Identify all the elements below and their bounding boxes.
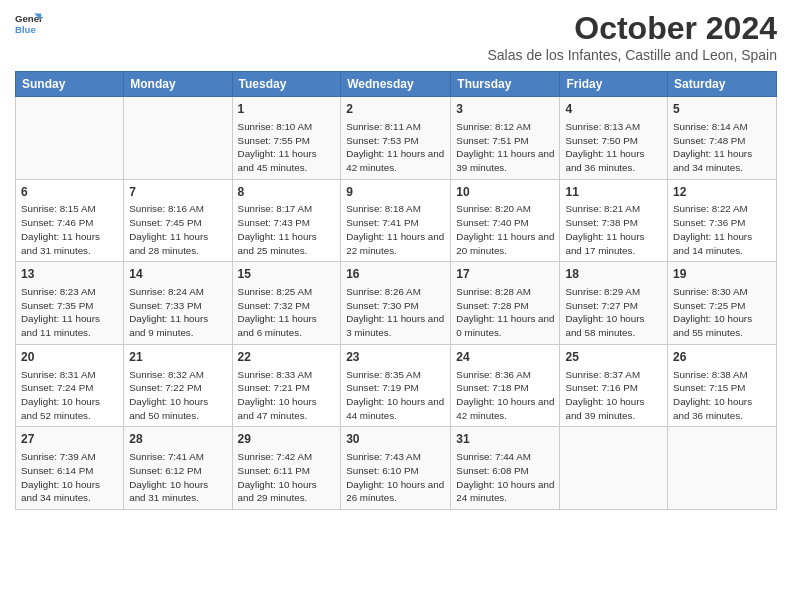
calendar-cell bbox=[560, 427, 668, 510]
header-day-friday: Friday bbox=[560, 72, 668, 97]
calendar-cell bbox=[16, 97, 124, 180]
calendar-week-row: 13Sunrise: 8:23 AM Sunset: 7:35 PM Dayli… bbox=[16, 262, 777, 345]
day-info: Sunrise: 7:42 AM Sunset: 6:11 PM Dayligh… bbox=[238, 450, 336, 505]
day-info: Sunrise: 8:35 AM Sunset: 7:19 PM Dayligh… bbox=[346, 368, 445, 423]
day-info: Sunrise: 8:30 AM Sunset: 7:25 PM Dayligh… bbox=[673, 285, 771, 340]
day-number: 4 bbox=[565, 101, 662, 118]
day-info: Sunrise: 7:41 AM Sunset: 6:12 PM Dayligh… bbox=[129, 450, 226, 505]
day-info: Sunrise: 7:44 AM Sunset: 6:08 PM Dayligh… bbox=[456, 450, 554, 505]
calendar-cell: 29Sunrise: 7:42 AM Sunset: 6:11 PM Dayli… bbox=[232, 427, 341, 510]
day-info: Sunrise: 8:32 AM Sunset: 7:22 PM Dayligh… bbox=[129, 368, 226, 423]
day-number: 6 bbox=[21, 184, 118, 201]
day-number: 29 bbox=[238, 431, 336, 448]
day-number: 10 bbox=[456, 184, 554, 201]
month-title: October 2024 bbox=[487, 10, 777, 47]
day-info: Sunrise: 8:28 AM Sunset: 7:28 PM Dayligh… bbox=[456, 285, 554, 340]
calendar-cell: 30Sunrise: 7:43 AM Sunset: 6:10 PM Dayli… bbox=[341, 427, 451, 510]
calendar-week-row: 20Sunrise: 8:31 AM Sunset: 7:24 PM Dayli… bbox=[16, 344, 777, 427]
calendar-cell: 10Sunrise: 8:20 AM Sunset: 7:40 PM Dayli… bbox=[451, 179, 560, 262]
header-day-tuesday: Tuesday bbox=[232, 72, 341, 97]
calendar-cell: 23Sunrise: 8:35 AM Sunset: 7:19 PM Dayli… bbox=[341, 344, 451, 427]
day-number: 1 bbox=[238, 101, 336, 118]
calendar-cell: 14Sunrise: 8:24 AM Sunset: 7:33 PM Dayli… bbox=[124, 262, 232, 345]
day-number: 24 bbox=[456, 349, 554, 366]
day-info: Sunrise: 8:12 AM Sunset: 7:51 PM Dayligh… bbox=[456, 120, 554, 175]
day-number: 5 bbox=[673, 101, 771, 118]
logo-icon: General Blue bbox=[15, 10, 43, 38]
day-number: 12 bbox=[673, 184, 771, 201]
header-day-wednesday: Wednesday bbox=[341, 72, 451, 97]
header-day-monday: Monday bbox=[124, 72, 232, 97]
day-info: Sunrise: 8:33 AM Sunset: 7:21 PM Dayligh… bbox=[238, 368, 336, 423]
day-number: 27 bbox=[21, 431, 118, 448]
day-number: 16 bbox=[346, 266, 445, 283]
header-day-thursday: Thursday bbox=[451, 72, 560, 97]
calendar-cell bbox=[124, 97, 232, 180]
logo: General Blue bbox=[15, 10, 43, 38]
day-number: 2 bbox=[346, 101, 445, 118]
calendar-cell: 24Sunrise: 8:36 AM Sunset: 7:18 PM Dayli… bbox=[451, 344, 560, 427]
day-number: 18 bbox=[565, 266, 662, 283]
day-info: Sunrise: 8:22 AM Sunset: 7:36 PM Dayligh… bbox=[673, 202, 771, 257]
calendar-cell: 25Sunrise: 8:37 AM Sunset: 7:16 PM Dayli… bbox=[560, 344, 668, 427]
header-day-saturday: Saturday bbox=[668, 72, 777, 97]
calendar-cell: 22Sunrise: 8:33 AM Sunset: 7:21 PM Dayli… bbox=[232, 344, 341, 427]
day-number: 19 bbox=[673, 266, 771, 283]
day-number: 26 bbox=[673, 349, 771, 366]
calendar-cell: 9Sunrise: 8:18 AM Sunset: 7:41 PM Daylig… bbox=[341, 179, 451, 262]
day-info: Sunrise: 8:26 AM Sunset: 7:30 PM Dayligh… bbox=[346, 285, 445, 340]
day-info: Sunrise: 8:36 AM Sunset: 7:18 PM Dayligh… bbox=[456, 368, 554, 423]
calendar-cell: 28Sunrise: 7:41 AM Sunset: 6:12 PM Dayli… bbox=[124, 427, 232, 510]
day-info: Sunrise: 8:21 AM Sunset: 7:38 PM Dayligh… bbox=[565, 202, 662, 257]
day-number: 9 bbox=[346, 184, 445, 201]
calendar-cell: 21Sunrise: 8:32 AM Sunset: 7:22 PM Dayli… bbox=[124, 344, 232, 427]
calendar-cell: 7Sunrise: 8:16 AM Sunset: 7:45 PM Daylig… bbox=[124, 179, 232, 262]
calendar-cell: 26Sunrise: 8:38 AM Sunset: 7:15 PM Dayli… bbox=[668, 344, 777, 427]
day-number: 7 bbox=[129, 184, 226, 201]
day-number: 21 bbox=[129, 349, 226, 366]
calendar-cell: 27Sunrise: 7:39 AM Sunset: 6:14 PM Dayli… bbox=[16, 427, 124, 510]
day-number: 14 bbox=[129, 266, 226, 283]
header-day-sunday: Sunday bbox=[16, 72, 124, 97]
calendar-cell: 16Sunrise: 8:26 AM Sunset: 7:30 PM Dayli… bbox=[341, 262, 451, 345]
calendar-cell: 2Sunrise: 8:11 AM Sunset: 7:53 PM Daylig… bbox=[341, 97, 451, 180]
calendar-cell bbox=[668, 427, 777, 510]
page-header: General Blue October 2024 Salas de los I… bbox=[15, 10, 777, 63]
calendar-cell: 5Sunrise: 8:14 AM Sunset: 7:48 PM Daylig… bbox=[668, 97, 777, 180]
calendar-cell: 13Sunrise: 8:23 AM Sunset: 7:35 PM Dayli… bbox=[16, 262, 124, 345]
day-number: 3 bbox=[456, 101, 554, 118]
day-info: Sunrise: 8:23 AM Sunset: 7:35 PM Dayligh… bbox=[21, 285, 118, 340]
day-info: Sunrise: 8:20 AM Sunset: 7:40 PM Dayligh… bbox=[456, 202, 554, 257]
day-info: Sunrise: 8:15 AM Sunset: 7:46 PM Dayligh… bbox=[21, 202, 118, 257]
calendar-cell: 19Sunrise: 8:30 AM Sunset: 7:25 PM Dayli… bbox=[668, 262, 777, 345]
day-number: 31 bbox=[456, 431, 554, 448]
day-info: Sunrise: 7:39 AM Sunset: 6:14 PM Dayligh… bbox=[21, 450, 118, 505]
calendar-week-row: 6Sunrise: 8:15 AM Sunset: 7:46 PM Daylig… bbox=[16, 179, 777, 262]
day-number: 8 bbox=[238, 184, 336, 201]
day-number: 23 bbox=[346, 349, 445, 366]
day-info: Sunrise: 8:18 AM Sunset: 7:41 PM Dayligh… bbox=[346, 202, 445, 257]
location-subtitle: Salas de los Infantes, Castille and Leon… bbox=[487, 47, 777, 63]
calendar-cell: 3Sunrise: 8:12 AM Sunset: 7:51 PM Daylig… bbox=[451, 97, 560, 180]
calendar-cell: 20Sunrise: 8:31 AM Sunset: 7:24 PM Dayli… bbox=[16, 344, 124, 427]
day-number: 30 bbox=[346, 431, 445, 448]
calendar-week-row: 27Sunrise: 7:39 AM Sunset: 6:14 PM Dayli… bbox=[16, 427, 777, 510]
calendar-week-row: 1Sunrise: 8:10 AM Sunset: 7:55 PM Daylig… bbox=[16, 97, 777, 180]
day-number: 28 bbox=[129, 431, 226, 448]
day-info: Sunrise: 8:38 AM Sunset: 7:15 PM Dayligh… bbox=[673, 368, 771, 423]
day-info: Sunrise: 8:10 AM Sunset: 7:55 PM Dayligh… bbox=[238, 120, 336, 175]
day-info: Sunrise: 8:13 AM Sunset: 7:50 PM Dayligh… bbox=[565, 120, 662, 175]
day-info: Sunrise: 8:17 AM Sunset: 7:43 PM Dayligh… bbox=[238, 202, 336, 257]
calendar-cell: 17Sunrise: 8:28 AM Sunset: 7:28 PM Dayli… bbox=[451, 262, 560, 345]
day-number: 17 bbox=[456, 266, 554, 283]
day-info: Sunrise: 8:16 AM Sunset: 7:45 PM Dayligh… bbox=[129, 202, 226, 257]
calendar-cell: 18Sunrise: 8:29 AM Sunset: 7:27 PM Dayli… bbox=[560, 262, 668, 345]
day-info: Sunrise: 8:29 AM Sunset: 7:27 PM Dayligh… bbox=[565, 285, 662, 340]
day-info: Sunrise: 8:24 AM Sunset: 7:33 PM Dayligh… bbox=[129, 285, 226, 340]
day-number: 11 bbox=[565, 184, 662, 201]
day-number: 22 bbox=[238, 349, 336, 366]
day-info: Sunrise: 8:11 AM Sunset: 7:53 PM Dayligh… bbox=[346, 120, 445, 175]
calendar-cell: 1Sunrise: 8:10 AM Sunset: 7:55 PM Daylig… bbox=[232, 97, 341, 180]
calendar-cell: 4Sunrise: 8:13 AM Sunset: 7:50 PM Daylig… bbox=[560, 97, 668, 180]
calendar-cell: 12Sunrise: 8:22 AM Sunset: 7:36 PM Dayli… bbox=[668, 179, 777, 262]
